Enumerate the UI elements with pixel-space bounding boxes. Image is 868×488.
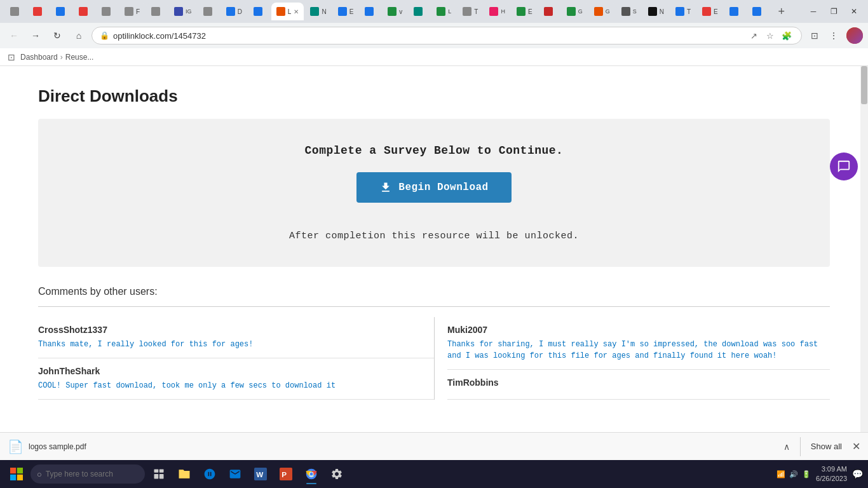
tab-8[interactable]: IG [169, 3, 197, 20]
tab-24[interactable]: G [589, 3, 615, 20]
page-content: Direct Downloads Complete a Survey Below… [0, 66, 868, 460]
settings-button[interactable] [325, 463, 348, 485]
tab-4[interactable] [74, 3, 95, 20]
tab-29[interactable] [724, 3, 746, 20]
address-bar[interactable]: 🔒 optilinklock.com/1454732 ↗ ☆ 🧩 [92, 27, 802, 44]
star-icon[interactable]: ☆ [763, 29, 777, 43]
word-button[interactable]: W [249, 463, 272, 485]
scroll-track[interactable] [860, 66, 868, 432]
tab-21[interactable]: E [512, 3, 538, 20]
tab-20[interactable]: H [484, 3, 510, 20]
tab-25[interactable]: S [616, 3, 642, 20]
tab-16[interactable]: v [383, 3, 407, 20]
tab-17[interactable] [409, 3, 430, 20]
tab-2[interactable] [28, 3, 50, 20]
tab-favicon-2 [33, 7, 42, 16]
scroll-thumb[interactable] [861, 66, 867, 104]
browser-window: F IG D L ✕ N E [0, 0, 868, 66]
chrome-button[interactable] [300, 463, 323, 485]
avatar [846, 27, 863, 44]
back-button[interactable]: ← [5, 27, 23, 44]
tab-favicon-8 [174, 7, 183, 16]
tab-28[interactable]: E [697, 3, 723, 20]
svg-rect-6 [154, 474, 159, 479]
tab-13[interactable]: N [305, 3, 331, 20]
comment-text-2: Thanks for sharing, I must really say I'… [447, 339, 830, 362]
tab-27[interactable]: T [670, 3, 696, 20]
powerpoint-button[interactable]: P [275, 463, 297, 485]
tab-9[interactable] [198, 3, 220, 20]
begin-download-button[interactable]: Begin Download [356, 172, 511, 203]
tab-favicon-10 [226, 7, 235, 16]
tab-1[interactable] [5, 3, 27, 20]
breadcrumb: ⊡ Dashboard › Reuse... [0, 48, 868, 66]
taskbar-right: 📶 🔊 🔋 3:09 AM 6/26/2023 💬 [776, 464, 863, 484]
store-button[interactable] [198, 463, 221, 485]
svg-rect-2 [10, 475, 16, 480]
comments-section: Comments by other users: CrossShotz1337 … [38, 286, 830, 400]
mail-button[interactable] [224, 463, 247, 485]
svg-rect-7 [159, 474, 164, 479]
tab-19[interactable]: T [458, 3, 483, 20]
restore-button[interactable]: ❐ [825, 3, 843, 20]
download-bar-divider [800, 437, 801, 456]
tab-favicon-15 [365, 7, 374, 16]
breadcrumb-reuse[interactable]: Reuse... [65, 53, 94, 62]
new-tab-button[interactable]: + [773, 3, 790, 20]
notification-button[interactable]: 💬 [852, 469, 863, 479]
tab-favicon-28 [702, 7, 711, 16]
tab-favicon-6 [125, 7, 133, 16]
taskbar-clock[interactable]: 3:09 AM 6/26/2023 [816, 464, 847, 484]
battery-icon: 🔋 [802, 470, 811, 478]
address-actions: ↗ ☆ 🧩 [747, 29, 794, 43]
tab-5[interactable] [97, 3, 118, 20]
tab-12-active[interactable]: L ✕ [271, 3, 304, 20]
reload-button[interactable]: ↻ [48, 27, 66, 44]
minimize-button[interactable]: ─ [804, 3, 822, 20]
sidebar-icon[interactable]: ⊡ [806, 27, 824, 44]
breadcrumb-dashboard[interactable]: Dashboard [20, 53, 58, 62]
share-icon[interactable]: ↗ [747, 29, 761, 43]
tab-3[interactable] [51, 3, 72, 20]
taskbar-search-input[interactable] [46, 470, 135, 478]
download-bar-close-icon[interactable]: ✕ [852, 440, 860, 452]
url-text: optilinklock.com/1454732 [113, 31, 747, 41]
task-view-button[interactable] [147, 463, 170, 485]
tab-close-icon[interactable]: ✕ [294, 8, 299, 15]
file-explorer-button[interactable] [173, 463, 196, 485]
show-all-button[interactable]: Show all [811, 442, 842, 451]
tab-18[interactable]: L [431, 3, 456, 20]
tab-26[interactable]: N [643, 3, 669, 20]
tab-7[interactable] [146, 3, 168, 20]
tab-favicon-1 [10, 7, 19, 16]
tab-23[interactable]: G [562, 3, 588, 20]
tab-favicon-7 [151, 7, 160, 16]
forward-button[interactable]: → [27, 27, 44, 44]
tab-favicon-3 [56, 7, 65, 16]
tab-6[interactable]: F [119, 3, 145, 20]
profile-button[interactable] [846, 27, 863, 44]
taskbar-search[interactable]: ○ [31, 464, 145, 484]
menu-icon[interactable]: ⋮ [825, 27, 843, 44]
chat-button[interactable] [830, 152, 858, 180]
comment-text-1: Thanks mate, I really looked for this fo… [38, 339, 434, 350]
tab-22[interactable] [539, 3, 560, 20]
download-filename: logos sample.pdf [29, 442, 778, 451]
tab-favicon-17 [414, 7, 423, 16]
download-chevron-icon[interactable]: ∧ [783, 442, 790, 452]
tab-30[interactable] [747, 3, 769, 20]
svg-rect-5 [159, 470, 164, 473]
home-button[interactable]: ⌂ [70, 27, 88, 44]
breadcrumb-separator: › [60, 53, 63, 62]
address-bar-row: ← → ↻ ⌂ 🔒 optilinklock.com/1454732 ↗ ☆ 🧩… [0, 23, 868, 48]
extension-icon[interactable]: 🧩 [780, 29, 794, 43]
tab-11[interactable] [248, 3, 270, 20]
breadcrumb-home-icon[interactable]: ⊡ [8, 52, 15, 62]
tab-favicon-5 [102, 7, 111, 16]
tab-14[interactable]: E [333, 3, 359, 20]
tab-10[interactable]: D [221, 3, 247, 20]
tab-15[interactable] [360, 3, 381, 20]
close-button[interactable]: ✕ [845, 3, 863, 20]
start-button[interactable] [5, 463, 28, 485]
tab-bar: F IG D L ✕ N E [0, 0, 868, 23]
